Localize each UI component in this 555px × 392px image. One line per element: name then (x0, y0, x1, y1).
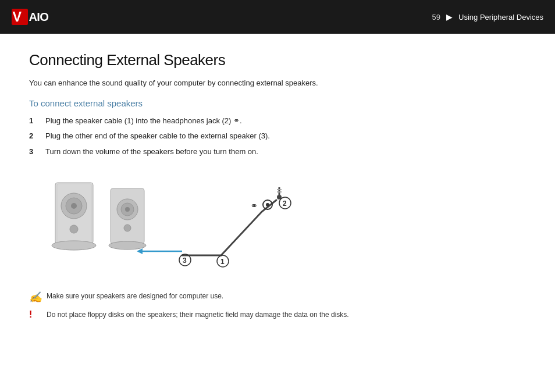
speaker-left (52, 183, 96, 250)
svg-text:2: 2 (283, 199, 287, 208)
step-2-num: 2 (29, 130, 38, 142)
step-3-text: Turn down the volume of the speakers bef… (45, 146, 258, 158)
step-1: 1 Plug the speaker cable (1) into the he… (29, 115, 526, 127)
warning-icon: ! (29, 309, 42, 320)
speaker-right (109, 188, 146, 250)
intro-text: You can enhance the sound quality of you… (29, 77, 526, 89)
vaio-logo: V AIO (12, 9, 66, 25)
diagram-svg: ⚭ 2 1 3 (41, 165, 320, 279)
section-title: Using Peripheral Devices (458, 13, 543, 22)
svg-text:3: 3 (183, 256, 187, 265)
svg-text:AIO: AIO (29, 10, 49, 23)
step-3-num: 3 (29, 146, 38, 158)
svg-point-24 (266, 203, 269, 206)
svg-point-7 (70, 225, 78, 233)
step-2-text: Plug the other end of the speaker cable … (45, 130, 270, 142)
note-icon: ✍ (29, 291, 42, 304)
svg-text:⚭: ⚭ (250, 201, 258, 211)
steps-list: 1 Plug the speaker cable (1) into the he… (29, 115, 526, 158)
warning-text: Do not place floppy disks on the speaker… (47, 309, 349, 320)
svg-marker-17 (137, 248, 143, 254)
arrow-icon: ▶ (446, 12, 453, 22)
step-2: 2 Plug the other end of the speaker cabl… (29, 130, 526, 142)
header-info: 59 ▶ Using Peripheral Devices (432, 12, 543, 22)
note-section: ✍ Make sure your speakers are designed f… (29, 291, 526, 304)
page-number: 59 (432, 13, 440, 22)
header: V AIO 59 ▶ Using Peripheral Devices (0, 0, 555, 34)
warning-section: ! Do not place floppy disks on the speak… (29, 309, 526, 320)
svg-point-8 (52, 241, 96, 250)
svg-point-14 (124, 224, 131, 231)
diagram-area: ⚭ 2 1 3 (41, 165, 320, 281)
page-heading: Connecting External Speakers (29, 51, 526, 69)
sub-heading: To connect external speakers (29, 98, 526, 108)
step-1-num: 1 (29, 115, 38, 127)
svg-point-13 (125, 207, 130, 212)
svg-point-6 (71, 203, 77, 209)
step-3: 3 Turn down the volume of the speakers b… (29, 146, 526, 158)
svg-text:1: 1 (220, 258, 225, 266)
content-area: Connecting External Speakers You can enh… (0, 34, 555, 332)
step-1-text: Plug the speaker cable (1) into the head… (45, 115, 242, 127)
svg-point-15 (109, 241, 146, 250)
note-text: Make sure your speakers are designed for… (47, 291, 223, 301)
svg-text:V: V (13, 9, 22, 24)
